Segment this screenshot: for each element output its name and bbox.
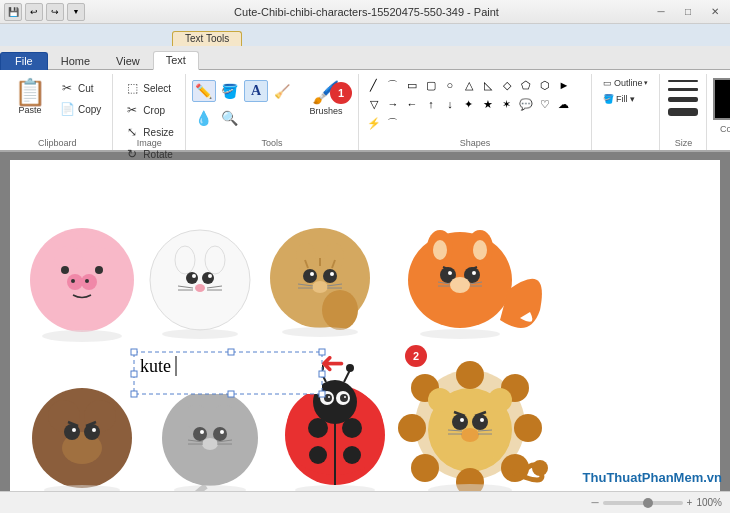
size-3[interactable] (668, 97, 698, 102)
rotate-label: Rotate (143, 149, 172, 160)
cut-label: Cut (78, 83, 94, 94)
text-tool[interactable]: A (244, 80, 268, 102)
svg-point-7 (71, 279, 75, 283)
scroll-shape2[interactable]: ⌒ (384, 114, 402, 132)
color-picker-tool[interactable]: 💧 (192, 107, 216, 129)
arrow-left-shape[interactable]: ← (403, 95, 421, 113)
eraser-tool[interactable]: 🧹 (270, 80, 294, 102)
close-button[interactable]: ✕ (702, 1, 728, 23)
oval-shape[interactable]: ○ (441, 76, 459, 94)
ribbon: 📋 Paste ✂ Cut 📄 Copy Clipboard (0, 70, 730, 152)
zoom-in-icon[interactable]: + (687, 497, 693, 508)
fill-tool[interactable]: 🪣 (218, 80, 242, 102)
svg-point-11 (42, 330, 122, 342)
callout-shape[interactable]: 💬 (517, 95, 535, 113)
star5-shape[interactable]: ★ (479, 95, 497, 113)
save-button[interactable]: 💾 (4, 3, 22, 21)
lightning-shape[interactable]: ⚡ (365, 114, 383, 132)
svg-point-115 (472, 414, 488, 430)
shapes-grid: ╱ ⌒ ▭ ▢ ○ △ ◺ ◇ ⬠ ⬡ ► ▽ → ← ↑ ↓ (365, 76, 585, 132)
minimize-button[interactable]: ─ (648, 1, 674, 23)
fill-button[interactable]: 🪣 Fill ▾ (598, 92, 640, 106)
pentagon-shape[interactable]: ⬠ (517, 76, 535, 94)
svg-point-94 (340, 394, 348, 402)
round-rect-shape[interactable]: ▢ (422, 76, 440, 94)
tab-file[interactable]: File (0, 52, 48, 70)
tab-text[interactable]: Text (153, 51, 199, 70)
arrow-down-shape[interactable]: ↓ (441, 95, 459, 113)
maximize-button[interactable]: □ (675, 1, 701, 23)
cut-copy-col: ✂ Cut 📄 Copy (54, 78, 106, 119)
paste-button[interactable]: 📋 Paste (8, 76, 52, 134)
tab-home[interactable]: Home (48, 52, 103, 70)
quick-access-toolbar: 💾 ↩ ↪ ▼ (0, 3, 85, 21)
redo-button[interactable]: ↪ (46, 3, 64, 21)
hexagon-shape[interactable]: ⬡ (536, 76, 554, 94)
svg-point-3 (54, 246, 82, 270)
arrow-right-shape[interactable]: → (384, 95, 402, 113)
svg-point-30 (310, 272, 314, 276)
copy-button[interactable]: 📄 Copy (54, 99, 106, 119)
line-shape[interactable]: ╱ (365, 76, 383, 94)
copy-label: Copy (78, 104, 101, 115)
star4-shape[interactable]: ✦ (460, 95, 478, 113)
right-tri-shape[interactable]: ◺ (479, 76, 497, 94)
step-1-badge: 1 (330, 82, 352, 104)
outline-button[interactable]: ▭ Outline ▾ (598, 76, 654, 90)
svg-point-16 (202, 272, 214, 284)
tools-row-2: 💧 🔍 (192, 107, 294, 129)
clipboard-group: 📋 Paste ✂ Cut 📄 Copy Clipboard (2, 74, 113, 150)
cut-button[interactable]: ✂ Cut (54, 78, 106, 98)
zoom-controls: ─ + 100% (591, 497, 722, 508)
curve-shape[interactable]: ⌒ (384, 76, 402, 94)
outline-label: Outline (614, 78, 643, 88)
svg-rect-136 (228, 391, 234, 397)
rect-shape[interactable]: ▭ (403, 76, 421, 94)
diamond-shape[interactable]: ◇ (498, 76, 516, 94)
crop-icon: ✂ (124, 103, 140, 117)
size-4[interactable] (668, 108, 698, 116)
arrow-up-shape[interactable]: ↑ (422, 95, 440, 113)
size-1[interactable] (668, 80, 698, 82)
crop-button[interactable]: ✂ Crop (119, 100, 179, 120)
image-content: ⬚ Select ✂ Crop ⤡ Resize ↻ Rotate (119, 74, 179, 166)
zoom-handle[interactable] (643, 498, 653, 508)
pencil-tool[interactable]: ✏️ (192, 80, 216, 102)
paste-icon: 📋 (14, 79, 46, 105)
paint-canvas[interactable]: kute 2 ➜ (10, 160, 720, 491)
svg-point-46 (473, 240, 487, 260)
tab-view[interactable]: View (103, 52, 153, 70)
color-swatch[interactable] (713, 78, 730, 120)
svg-point-45 (433, 240, 447, 260)
svg-point-77 (202, 438, 218, 450)
arrow-shape[interactable]: ► (555, 76, 573, 94)
fill-label: Fill ▾ (616, 94, 635, 104)
step-1-overlay: 1 (330, 82, 352, 104)
zoom-out-icon[interactable]: ─ (591, 497, 598, 508)
watermark: ThuThuatPhanMem.vn (583, 470, 722, 485)
svg-rect-135 (131, 391, 137, 397)
window-controls: ─ □ ✕ (648, 1, 728, 23)
triangle-shape[interactable]: △ (460, 76, 478, 94)
svg-point-100 (346, 364, 354, 372)
star6-shape[interactable]: ✶ (498, 95, 516, 113)
cloud-shape[interactable]: ☁ (555, 95, 573, 113)
undo-button[interactable]: ↩ (25, 3, 43, 21)
text-tools-tab[interactable]: Text Tools (172, 31, 242, 46)
heart-shape[interactable]: ♡ (536, 95, 554, 113)
qat-dropdown[interactable]: ▼ (67, 3, 85, 21)
zoom-slider[interactable] (603, 501, 683, 505)
svg-point-27 (324, 243, 344, 271)
size-2[interactable] (668, 88, 698, 91)
resize-icon: ⤡ (124, 125, 140, 139)
color-group: Color 1 (707, 74, 730, 150)
select-button[interactable]: ⬚ Select (119, 78, 179, 98)
svg-point-32 (312, 281, 328, 293)
image-label: Image (113, 138, 185, 148)
tools-label: Tools (186, 138, 358, 148)
svg-point-17 (192, 274, 196, 278)
zoom-tool[interactable]: 🔍 (218, 107, 242, 129)
scroll-shape[interactable]: ▽ (365, 95, 383, 113)
svg-point-15 (186, 272, 198, 284)
svg-point-10 (95, 266, 103, 274)
